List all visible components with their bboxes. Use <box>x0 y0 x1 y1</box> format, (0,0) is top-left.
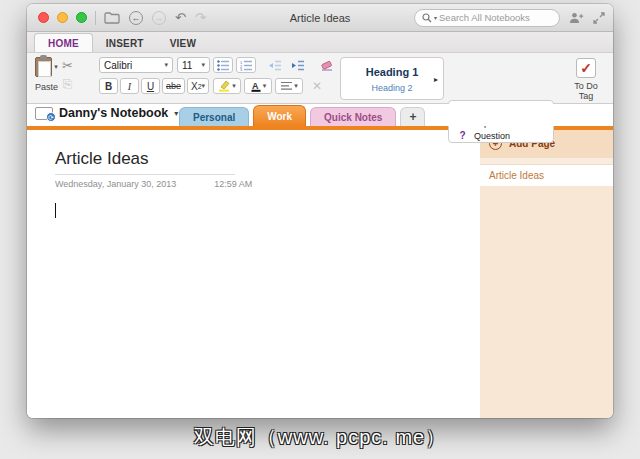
page-date: Wednesday, January 30, 2013 <box>55 179 176 189</box>
onenote-window: ← → ↶ ↷ Article Ideas ▾ HOME INSERT VIEW <box>27 4 613 418</box>
numbered-list-button[interactable]: 123 <box>236 57 256 73</box>
page-title[interactable]: Article Ideas <box>55 149 480 169</box>
notebook-caret-icon: ▾ <box>174 109 178 118</box>
todo-tag-button[interactable]: ✓ To Do Tag <box>564 58 608 102</box>
page-canvas[interactable]: Article Ideas Wednesday, January 30, 201… <box>27 130 480 418</box>
paste-icon[interactable] <box>35 57 52 77</box>
bullet-list-icon <box>217 60 230 71</box>
font-color-button[interactable]: A ▾ <box>244 78 272 94</box>
paste-special-icon: ⎘ <box>63 77 73 91</box>
page-list-divider <box>480 157 613 165</box>
delete-button[interactable]: ✕ <box>306 78 328 94</box>
tab-view[interactable]: VIEW <box>157 34 209 52</box>
font-name-value: Calibri <box>104 60 164 71</box>
highlighter-icon <box>218 80 231 92</box>
numbered-list-icon: 123 <box>240 60 253 71</box>
indent-button[interactable] <box>288 57 308 73</box>
notebook-bar: ⟳ Danny's Notebook ▾ Personal Work Quick… <box>27 104 613 126</box>
search-scope-caret-icon[interactable]: ▾ <box>434 14 437 21</box>
paste-label: Paste <box>35 82 58 92</box>
italic-button[interactable]: I <box>120 78 139 94</box>
todo-tag-check-icon: ✓ <box>580 60 592 76</box>
notebook-icon: ⟳ <box>35 107 53 120</box>
add-section-button[interactable]: + <box>400 107 425 126</box>
outdent-button[interactable] <box>265 57 285 73</box>
section-tabs: Personal Work Quick Notes + <box>179 105 425 126</box>
highlight-button[interactable]: ▾ <box>213 78 241 94</box>
font-size-select[interactable]: 11 ▾ <box>177 57 210 73</box>
titlebar: ← → ↶ ↷ Article Ideas ▾ <box>27 4 613 32</box>
tab-home[interactable]: HOME <box>34 33 93 52</box>
page-time: 12:59 AM <box>214 179 252 189</box>
styles-more-icon[interactable]: ▸ <box>434 74 438 83</box>
minimize-button[interactable] <box>57 12 68 23</box>
subscript-button[interactable]: X2 ▾ <box>187 78 209 94</box>
svg-text:A: A <box>252 81 259 91</box>
notebook-name: Danny's Notebook <box>59 106 168 120</box>
titlebar-separator <box>95 11 96 25</box>
paste-caret-icon[interactable]: ▾ <box>54 63 58 71</box>
paragraph-options-button[interactable]: ▾ <box>275 78 303 94</box>
tag-question[interactable]: ? Question <box>449 129 553 142</box>
cut-icon[interactable]: ✂ <box>62 58 73 73</box>
share-person-icon[interactable] <box>569 12 584 24</box>
todo-tag-label-line2: Tag <box>574 91 598 101</box>
font-size-caret-icon: ▾ <box>201 61 205 69</box>
page-list-item-selected[interactable]: Article Ideas <box>480 165 613 186</box>
eraser-icon <box>320 59 334 71</box>
font-size-value: 11 <box>182 60 201 71</box>
search-icon <box>422 13 432 23</box>
font-color-icon: A <box>250 80 262 92</box>
outdent-icon <box>268 60 282 71</box>
bold-button[interactable]: B <box>99 78 118 94</box>
fullscreen-icon[interactable] <box>593 12 605 24</box>
strikethrough-button[interactable]: abe <box>162 78 185 94</box>
style-heading1[interactable]: Heading 1 <box>341 66 443 78</box>
zoom-button[interactable] <box>76 12 87 23</box>
close-button[interactable] <box>38 12 49 23</box>
highlight-caret-icon: ▾ <box>232 82 236 90</box>
page-list-sidebar: + Add Page Article Ideas <box>480 130 613 418</box>
section-tab-work[interactable]: Work <box>253 105 306 126</box>
notebook-switcher[interactable]: ⟳ Danny's Notebook ▾ <box>35 106 178 120</box>
todo-tag-label-line1: To Do <box>574 81 598 91</box>
bullet-list-button[interactable] <box>213 57 233 73</box>
search-box[interactable]: ▾ <box>414 9 560 27</box>
subscript-caret-icon: ▾ <box>202 82 206 90</box>
undo-icon[interactable]: ↶ <box>175 11 186 24</box>
clear-x-icon: ✕ <box>312 79 322 93</box>
page-title-rule <box>55 174 235 175</box>
paragraph-icon <box>280 81 293 91</box>
format-eraser-button[interactable] <box>317 57 337 73</box>
ribbon-tab-bar: HOME INSERT VIEW <box>27 32 613 53</box>
section-tab-quick-notes[interactable]: Quick Notes <box>310 107 396 126</box>
style-heading2[interactable]: Heading 2 <box>341 83 443 93</box>
notebooks-folder-icon[interactable] <box>104 12 120 24</box>
tab-insert[interactable]: INSERT <box>93 34 157 52</box>
indent-icon <box>291 60 305 71</box>
font-name-caret-icon: ▾ <box>164 61 168 69</box>
forward-icon[interactable]: → <box>152 11 166 25</box>
ribbon: ▾ Paste ✂ ⎘ Calibri ▾ 11 ▾ <box>27 53 613 104</box>
back-icon[interactable]: ← <box>129 11 143 25</box>
search-input[interactable] <box>439 12 552 23</box>
underline-button[interactable]: U <box>141 78 160 94</box>
font-name-select[interactable]: Calibri ▾ <box>99 57 173 73</box>
traffic-lights <box>38 12 87 23</box>
font-color-caret-icon: ▾ <box>263 82 267 90</box>
svg-text:3: 3 <box>240 67 243 71</box>
styles-gallery[interactable]: Heading 1 Heading 2 ▸ <box>340 57 444 100</box>
paragraph-caret-icon: ▾ <box>294 82 298 90</box>
sync-icon: ⟳ <box>46 112 56 122</box>
text-cursor <box>55 203 56 218</box>
watermark: 双电网（www. pcpc. me） <box>0 424 640 451</box>
redo-icon[interactable]: ↷ <box>195 11 206 24</box>
question-mark-icon: ? <box>457 130 468 141</box>
section-tab-personal[interactable]: Personal <box>179 107 249 126</box>
